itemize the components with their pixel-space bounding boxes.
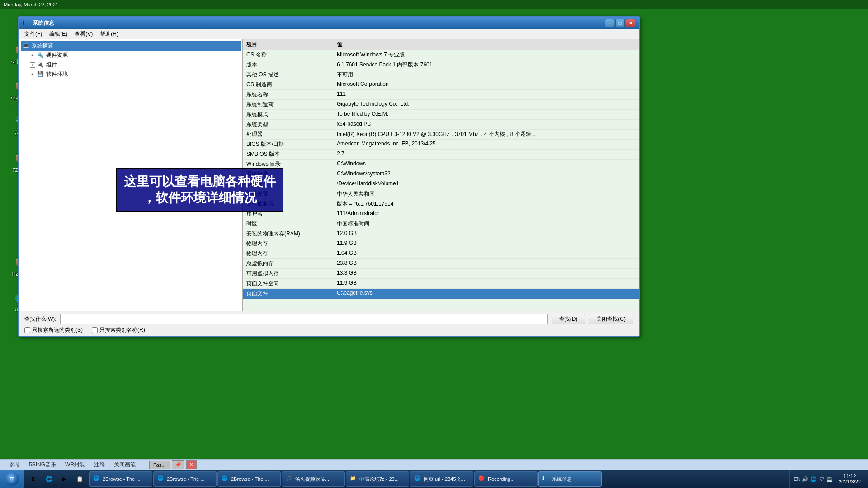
expand-icon[interactable]: + <box>30 53 35 58</box>
info-cell-value: x64-based PC <box>337 121 635 128</box>
info-row[interactable]: 用户名111\Administrator <box>243 209 639 219</box>
clock[interactable]: 11:12 2021/3/22 <box>835 474 864 484</box>
col-header-value: 值 <box>337 41 635 48</box>
tree-software-label: 软件环境 <box>46 70 68 78</box>
info-cell-value: C:\pagefile.sys <box>337 290 635 297</box>
close-button[interactable]: ✕ <box>626 19 635 27</box>
info-cell-key: 系统类型 <box>246 121 337 128</box>
start-button[interactable]: ⊞ <box>0 470 24 488</box>
search-options: 只搜索所选的类别(S) 只搜索类别名称(R) <box>24 326 633 334</box>
info-row[interactable]: 物理内存11.9 GB <box>243 239 639 249</box>
taskbar-item-3[interactable]: 🎵 汤头视频软传... <box>282 471 345 487</box>
info-row[interactable]: SMBIOS 版本2.7 <box>243 150 639 160</box>
taskbar: ⊞ 🖥 🌐 ▶ 📋 🌐 2Browse - The ... 🌐 2Browse … <box>0 470 868 488</box>
info-row[interactable]: 区域设置中华人民共和国 <box>243 189 639 199</box>
taskbar-item-label-2: 2Browse - The ... <box>231 476 269 482</box>
info-cell-value: 111\Administrator <box>337 210 635 218</box>
info-row[interactable]: 系统模式To be filled by O.E.M. <box>243 110 639 120</box>
fas-button[interactable]: Fas... <box>149 461 170 469</box>
info-row[interactable]: 总虚拟内存23.8 GB <box>243 259 639 269</box>
window-title-icon: ℹ <box>23 19 30 27</box>
info-row[interactable]: 启动设备\Device\HarddiskVolume1 <box>243 179 639 189</box>
info-cell-key: OS 制造商 <box>246 81 337 89</box>
info-cell-value: American Megatrends Inc. FB, 2013/4/25 <box>337 141 635 148</box>
tray-security-icon[interactable]: 🛡 <box>818 475 825 483</box>
info-row[interactable]: 系统类型x64-based PC <box>243 120 639 130</box>
start-orb: ⊞ <box>5 472 19 486</box>
info-row[interactable]: BIOS 版本/日期American Megatrends Inc. FB, 2… <box>243 140 639 150</box>
ql-task[interactable]: 📋 <box>72 472 87 486</box>
search-option2-label[interactable]: 只搜索类别名称(R) <box>92 326 145 334</box>
window-menubar: 文件(F) 编辑(E) 查看(V) 帮助(H) <box>19 29 639 39</box>
desktop: Monday, March 22, 2021 📦 7Z包管理 📦 7Z程序管 🔧… <box>0 0 868 488</box>
info-row[interactable]: 系统制造商Gigabyte Technology Co., Ltd. <box>243 100 639 110</box>
info-cell-value: 版本 = "6.1.7601.17514" <box>337 200 635 208</box>
info-cell-key: 物理内存 <box>246 240 337 248</box>
tree-item-hardware[interactable]: + 🔩 硬件资源 <box>21 51 241 60</box>
x-button[interactable]: ✕ <box>186 460 197 469</box>
info-row[interactable]: Windows 目录C:\Windows <box>243 160 639 169</box>
search-button[interactable]: 查找(D) <box>552 314 585 324</box>
bottom-link-5sing[interactable]: 5SING音乐 <box>29 461 56 469</box>
taskbar-item-1[interactable]: 🌐 2Browse - The ... <box>153 471 217 487</box>
taskbar-item-0[interactable]: 🌐 2Browse - The ... <box>89 471 152 487</box>
info-row[interactable]: 页面文件空间11.9 GB <box>243 279 639 289</box>
bottom-link-close-brush[interactable]: 关闭画笔 <box>114 461 136 469</box>
menu-help[interactable]: 帮助(H) <box>96 29 122 39</box>
tree-item-components[interactable]: + 🔌 组件 <box>21 60 241 70</box>
search-input[interactable] <box>60 314 548 324</box>
bottom-link-note[interactable]: 注释 <box>94 461 105 469</box>
info-row[interactable]: 物理内存1.04 GB <box>243 249 639 259</box>
info-row[interactable]: 其他 OS 描述不可用 <box>243 70 639 80</box>
info-cell-value: 11.9 GB <box>337 240 635 248</box>
info-cell-value: Gigabyte Technology Co., Ltd. <box>337 101 635 108</box>
ql-media[interactable]: ▶ <box>57 472 71 486</box>
search-option1-label[interactable]: 只搜索所选的类别(S) <box>24 326 83 334</box>
info-row[interactable]: 硬件抽象层版本 = "6.1.7601.17514" <box>243 199 639 209</box>
maximize-button[interactable]: □ <box>615 19 625 27</box>
tree-item-software[interactable]: + 💾 软件环境 <box>21 70 241 79</box>
ql-ie[interactable]: 🌐 <box>42 472 56 486</box>
info-row[interactable]: 时区中国标准时间 <box>243 219 639 229</box>
close-search-button[interactable]: 关闭查找(C) <box>589 314 633 324</box>
expand-icon[interactable]: + <box>30 72 35 77</box>
bottom-link-reference[interactable]: 参考 <box>9 461 20 469</box>
taskbar-item-6[interactable]: 🔴 Recording... <box>474 471 538 487</box>
menu-view[interactable]: 查看(V) <box>71 29 96 39</box>
expand-icon[interactable]: + <box>30 62 35 68</box>
info-cell-value: 中国标准时间 <box>337 220 635 228</box>
info-row[interactable]: 系统目录C:\Windows\system32 <box>243 169 639 179</box>
info-row[interactable]: OS 制造商Microsoft Corporation <box>243 80 639 90</box>
taskbar-item-icon-7: ℹ <box>542 475 550 483</box>
info-cell-key: 时区 <box>246 220 337 228</box>
info-cell-value: 2.7 <box>337 150 635 158</box>
tray-system-icon[interactable]: 💻 <box>826 475 833 483</box>
annotation-box: 这里可以查看电脑各种硬件 ，软件环境详细情况 <box>116 168 283 212</box>
tree-components-label: 组件 <box>46 61 57 69</box>
search-option1-checkbox[interactable] <box>24 327 30 333</box>
info-row[interactable]: 可用虚拟内存13.3 GB <box>243 269 639 279</box>
pin-button[interactable]: 📌 <box>172 460 184 469</box>
taskbar-item-2[interactable]: 🌐 2Browse - The ... <box>217 471 281 487</box>
taskbar-item-5[interactable]: 🌐 网页.url - 2345文... <box>410 471 473 487</box>
bottom-link-wr[interactable]: WR封装 <box>65 461 85 469</box>
info-cell-value: Intel(R) Xeon(R) CPU E3-1230 V2 @ 3.30GH… <box>337 131 635 138</box>
tray-volume-icon[interactable]: 🔊 <box>802 475 809 483</box>
taskbar-item-7[interactable]: ℹ 系统信息 <box>538 471 602 487</box>
info-row[interactable]: 安装的物理内存(RAM)12.0 GB <box>243 229 639 239</box>
info-row[interactable]: 页面文件C:\pagefile.sys <box>243 289 639 299</box>
minimize-button[interactable]: ─ <box>605 19 614 27</box>
info-row[interactable]: OS 名称Microsoft Windows 7 专业版 <box>243 50 639 60</box>
tray-network-icon[interactable]: 🌐 <box>810 475 817 483</box>
taskbar-item-4[interactable]: 📁 中高论坛7z - 23... <box>346 471 409 487</box>
menu-file[interactable]: 文件(F) <box>21 29 46 39</box>
info-row[interactable]: 处理器Intel(R) Xeon(R) CPU E3-1230 V2 @ 3.3… <box>243 130 639 140</box>
ql-show-desktop[interactable]: 🖥 <box>26 472 41 486</box>
info-row[interactable]: 系统名称111 <box>243 90 639 100</box>
tray-lang-icon[interactable]: EN <box>793 475 801 483</box>
search-option2-checkbox[interactable] <box>92 327 98 333</box>
menu-edit[interactable]: 编辑(E) <box>46 29 71 39</box>
sysinfo-window: ℹ 系统信息 ─ □ ✕ 文件(F) 编辑(E) 查看(V) 帮助(H) 💻 系… <box>18 16 640 337</box>
info-row[interactable]: 版本6.1.7601 Service Pack 1 内部版本 7601 <box>243 60 639 70</box>
tree-item-root[interactable]: 💻 系统摘要 <box>21 41 241 51</box>
